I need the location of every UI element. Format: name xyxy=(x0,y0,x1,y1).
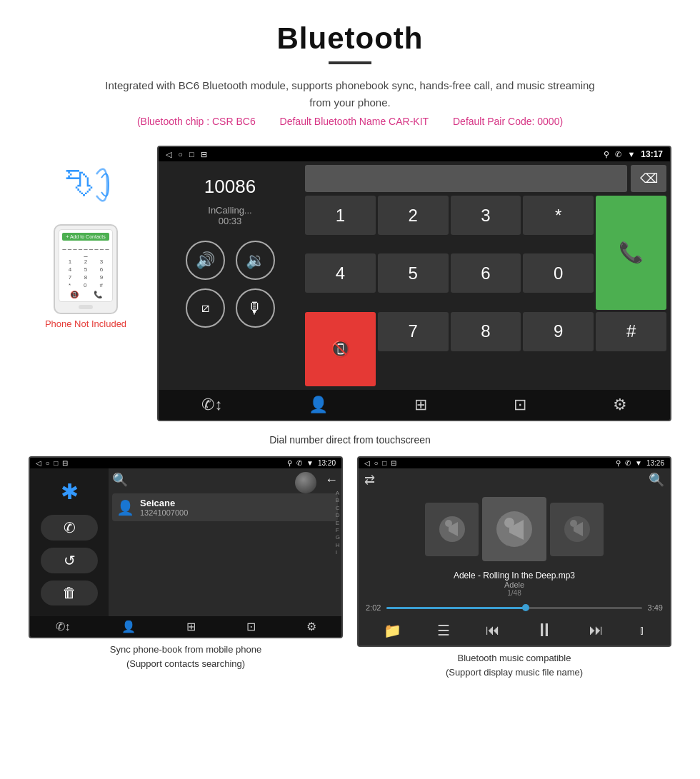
music-song-title: Adele - Rolling In the Deep.mp3 xyxy=(362,571,666,581)
page-header: Bluetooth Integrated with BC6 Bluetooth … xyxy=(0,0,700,139)
main-section: ⮷ + Add to Contacts _ _ _ _ _ _ _ _ _ _ … xyxy=(0,139,700,428)
pb-wifi-icon: ▼ xyxy=(306,459,314,467)
music-location-icon: ⚲ xyxy=(616,459,621,467)
dial-key-0[interactable]: 0 xyxy=(523,253,594,293)
music-progress-bar[interactable] xyxy=(386,607,641,609)
pb-search-icon: 🔍 xyxy=(112,472,128,488)
pb-call-icon: ✆ xyxy=(296,459,302,467)
location-icon: ⚲ xyxy=(604,150,609,159)
phonebook-screen: ◁ ○ □ ⊟ ⚲ ✆ ▼ 13:20 ✱ ✆ ↺ 🗑 xyxy=(29,456,343,638)
dial-key-2[interactable]: 2 xyxy=(378,196,449,235)
pb-bottom-grid-icon[interactable]: ⊞ xyxy=(186,620,196,633)
music-albums xyxy=(359,491,670,567)
dial-left-panel: 10086 InCalling... 00:33 🔊 🔉 ⧄ 🎙 xyxy=(159,161,301,390)
call-green-button[interactable]: 📞 xyxy=(596,196,666,310)
dial-key-star[interactable]: * xyxy=(523,196,594,235)
music-track-info: 1/48 xyxy=(362,589,666,597)
dial-key-4[interactable]: 4 xyxy=(305,253,376,293)
bluetooth-icon: ⮷ xyxy=(64,167,94,201)
bottom-call-icon[interactable]: ✆↕ xyxy=(201,396,222,414)
pb-bottom-bar: ✆↕ 👤 ⊞ ⊡ ⚙ xyxy=(30,616,341,637)
bluetooth-waves-icon xyxy=(93,164,121,211)
pb-delete-button[interactable]: 🗑 xyxy=(41,581,98,605)
music-eq-icon[interactable]: ⫿ xyxy=(639,624,645,637)
volume-up-button[interactable]: 🔊 xyxy=(186,241,225,280)
music-list-icon[interactable]: ☰ xyxy=(437,622,450,639)
music-caption-line2: (Support display music file name) xyxy=(446,667,583,678)
music-artist: Adele xyxy=(362,581,666,589)
dial-key-3[interactable]: 3 xyxy=(451,196,521,235)
music-album-left xyxy=(425,503,479,556)
phone-home-btn xyxy=(79,305,93,309)
music-caption-line1: Bluetooth music compatible xyxy=(458,653,571,663)
dial-key-7[interactable]: 7 xyxy=(378,312,449,351)
dialed-number: 10086 xyxy=(204,176,256,198)
backspace-button[interactable]: ⌫ xyxy=(631,165,666,192)
bottom-transfer-icon[interactable]: ⊡ xyxy=(514,396,526,414)
phonebook-item: ◁ ○ □ ⊟ ⚲ ✆ ▼ 13:20 ✱ ✆ ↺ 🗑 xyxy=(29,456,343,679)
pb-scroll-indicator xyxy=(295,472,316,493)
pb-refresh-button[interactable]: ↺ xyxy=(41,548,98,573)
phone-not-included-label: Phone Not Included xyxy=(45,318,126,329)
music-search-icon[interactable]: 🔍 xyxy=(649,472,664,488)
wifi-icon: ▼ xyxy=(627,150,635,159)
title-underline xyxy=(329,61,371,64)
pb-caption-line2: (Support contacts searching) xyxy=(126,658,245,669)
page-title: Bluetooth xyxy=(14,21,686,56)
dial-key-hash[interactable]: # xyxy=(596,312,666,351)
spec-code: Default Pair Code: 0000) xyxy=(453,116,563,127)
music-wifi-icon: ▼ xyxy=(635,459,642,467)
music-screen: ◁ ○ □ ⊟ ⚲ ✆ ▼ 13:26 ⇄ 🔍 xyxy=(357,456,671,647)
bottom-settings-icon[interactable]: ⚙ xyxy=(613,396,627,414)
music-album-center xyxy=(482,497,546,561)
dial-status-text: InCalling... xyxy=(208,205,251,216)
pb-contact-avatar-icon: 👤 xyxy=(116,499,134,516)
music-caption: Bluetooth music compatible (Support disp… xyxy=(442,647,586,679)
music-next-button[interactable]: ⏭ xyxy=(589,622,604,638)
dial-key-8[interactable]: 8 xyxy=(451,312,521,351)
music-info: Adele - Rolling In the Deep.mp3 Adele 1/… xyxy=(359,567,670,600)
page-description: Integrated with BC6 Bluetooth module, su… xyxy=(100,77,600,111)
dial-right-panel: ⌫ 1 2 3 * 📞 4 5 6 0 📵 7 8 9 # xyxy=(301,161,670,390)
dial-input-field[interactable] xyxy=(305,165,627,192)
pb-bluetooth-icon: ✱ xyxy=(61,479,79,504)
bluetooth-icon-area: ⮷ xyxy=(50,160,121,217)
pb-bottom-transfer-icon[interactable]: ⊡ xyxy=(246,620,256,633)
bottom-grid-icon[interactable]: ⊞ xyxy=(414,396,427,414)
music-time-total: 3:49 xyxy=(648,603,663,612)
dial-bottom-bar: ✆↕ 👤 ⊞ ⊡ ⚙ xyxy=(159,390,670,420)
music-top-row: ⇄ 🔍 xyxy=(359,468,670,491)
volume-down-button[interactable]: 🔉 xyxy=(236,241,275,280)
music-nav-icons: ◁ ○ □ ⊟ xyxy=(364,459,396,467)
music-play-pause-button[interactable]: ⏸ xyxy=(535,619,554,641)
dial-container: 10086 InCalling... 00:33 🔊 🔉 ⧄ 🎙 xyxy=(159,161,670,390)
dial-key-1[interactable]: 1 xyxy=(305,196,376,235)
pb-call-button[interactable]: ✆ xyxy=(41,515,98,541)
music-progress-bar-row: 2:02 3:49 xyxy=(359,600,670,615)
dial-key-9[interactable]: 9 xyxy=(523,312,594,351)
music-shuffle-icon[interactable]: ⇄ xyxy=(364,472,375,488)
pb-contact-name: Seicane xyxy=(140,498,188,508)
bluetooth-specs: (Bluetooth chip : CSR BC6 Default Blueto… xyxy=(14,116,686,127)
pb-nav-icons: ◁ ○ □ ⊟ xyxy=(36,459,68,467)
dial-status-icons: ⚲ ✆ ▼ 13:17 xyxy=(604,149,663,159)
music-bar-fill xyxy=(386,607,524,609)
pb-back-icon[interactable]: ← xyxy=(325,473,338,488)
pb-right-panel: 🔍 ← 👤 Seicane 13241007000 A B xyxy=(109,468,341,616)
music-folder-icon[interactable]: 📁 xyxy=(384,622,401,639)
bottom-contact-icon[interactable]: 👤 xyxy=(309,396,328,414)
pb-bottom-contact-icon[interactable]: 👤 xyxy=(121,620,136,633)
transfer-call-button[interactable]: ⧄ xyxy=(186,288,225,328)
pb-contact-info: Seicane 13241007000 xyxy=(140,498,188,517)
pb-contact[interactable]: 👤 Seicane 13241007000 xyxy=(112,493,338,521)
dial-key-5[interactable]: 5 xyxy=(378,253,449,293)
dial-time: 13:17 xyxy=(641,149,663,159)
dial-key-6[interactable]: 6 xyxy=(451,253,521,293)
call-red-button[interactable]: 📵 xyxy=(305,312,376,387)
music-prev-button[interactable]: ⏮ xyxy=(486,622,500,638)
pb-bottom-call-icon[interactable]: ✆↕ xyxy=(56,620,71,633)
pb-bottom-settings-icon[interactable]: ⚙ xyxy=(306,620,316,633)
mute-button[interactable]: 🎙 xyxy=(236,288,275,328)
music-album-right xyxy=(550,503,604,556)
dial-input-row: ⌫ xyxy=(305,165,666,192)
